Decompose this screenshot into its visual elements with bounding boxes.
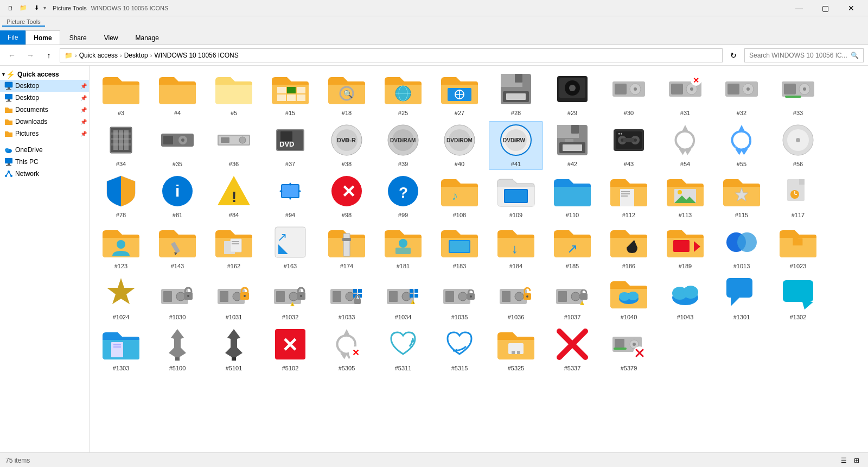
- sidebar-item-onedrive[interactable]: OneDrive: [0, 144, 89, 156]
- icon-39[interactable]: DVD-RAM #39: [376, 121, 430, 170]
- sidebar-item-downloads[interactable]: Downloads 📌: [0, 116, 89, 128]
- icon-99[interactable]: ? #99: [376, 172, 430, 221]
- icon-183[interactable]: #183: [432, 223, 487, 272]
- search-input[interactable]: [749, 52, 848, 59]
- icon-1034[interactable]: ! #1034: [376, 274, 430, 323]
- icon-1013[interactable]: #1013: [714, 223, 769, 272]
- tab-home[interactable]: Home: [25, 30, 60, 45]
- icon-5311[interactable]: #5311: [376, 325, 430, 374]
- icon-5379[interactable]: #5379: [602, 325, 656, 374]
- qa-btn-2[interactable]: 📁: [17, 2, 29, 14]
- icon-54[interactable]: #54: [658, 121, 712, 170]
- icon-41[interactable]: DVD-RW #41: [489, 121, 543, 170]
- icon-162[interactable]: #162: [207, 223, 261, 272]
- icon-15[interactable]: #15: [263, 70, 317, 119]
- icon-1023[interactable]: #1023: [771, 223, 825, 272]
- icon-174[interactable]: #174: [320, 223, 374, 272]
- icon-84[interactable]: ! #84: [207, 172, 261, 221]
- icon-33[interactable]: #33: [771, 70, 825, 119]
- icon-42[interactable]: #42: [545, 121, 599, 170]
- icon-110[interactable]: #110: [545, 172, 599, 221]
- view-details-button[interactable]: ☰: [838, 455, 850, 466]
- icon-27[interactable]: #27: [432, 70, 487, 119]
- icon-184[interactable]: ↓ #184: [489, 223, 543, 272]
- icon-185[interactable]: ↗ #185: [545, 223, 599, 272]
- icon-18[interactable]: 🔍 #18: [320, 70, 374, 119]
- icon-40[interactable]: DVD-ROM #40: [432, 121, 487, 170]
- icon-3[interactable]: #3: [94, 70, 148, 119]
- icon-117[interactable]: #117: [771, 172, 825, 221]
- icon-5101[interactable]: #5101: [207, 325, 261, 374]
- icon-1043[interactable]: #1043: [658, 274, 712, 323]
- icon-1033[interactable]: #1033: [320, 274, 374, 323]
- sidebar-item-thispc[interactable]: This PC: [0, 156, 89, 168]
- icon-143[interactable]: #143: [150, 223, 205, 272]
- forward-button[interactable]: →: [23, 48, 38, 63]
- path-quickaccess[interactable]: Quick access: [79, 52, 118, 59]
- icon-113[interactable]: #113: [658, 172, 712, 221]
- sidebar-item-desktop2[interactable]: Desktop 📌: [0, 92, 89, 104]
- sidebar-section-quickaccess[interactable]: ▾ ⚡ Quick access: [0, 68, 89, 80]
- address-path[interactable]: 📁 › Quick access › Desktop › WINDOWS 10 …: [60, 48, 723, 62]
- icon-163[interactable]: ↗ #163: [263, 223, 317, 272]
- icon-55[interactable]: #55: [714, 121, 769, 170]
- icon-1036[interactable]: #1036: [489, 274, 543, 323]
- icon-108[interactable]: ♪ #108: [432, 172, 487, 221]
- up-button[interactable]: ↑: [41, 48, 56, 63]
- icon-189[interactable]: #189: [658, 223, 712, 272]
- icon-56[interactable]: #56: [771, 121, 825, 170]
- icon-43[interactable]: ●● #43: [602, 121, 656, 170]
- icon-115[interactable]: #115: [714, 172, 769, 221]
- icon-186[interactable]: #186: [602, 223, 656, 272]
- icon-5337[interactable]: #5337: [545, 325, 599, 374]
- icon-5[interactable]: #5: [207, 70, 261, 119]
- refresh-button[interactable]: ↻: [726, 48, 741, 63]
- icon-34[interactable]: #34: [94, 121, 148, 170]
- icon-109[interactable]: #109: [489, 172, 543, 221]
- icon-1303[interactable]: #1303: [94, 325, 148, 374]
- tab-file[interactable]: File: [0, 30, 25, 45]
- icon-1031[interactable]: #1031: [207, 274, 261, 323]
- icon-32[interactable]: #32: [714, 70, 769, 119]
- close-button[interactable]: ✕: [839, 0, 864, 16]
- search-box[interactable]: 🔍: [744, 48, 864, 62]
- icon-1040[interactable]: #1040: [602, 274, 656, 323]
- icon-36[interactable]: #36: [207, 121, 261, 170]
- icon-28[interactable]: #28: [489, 70, 543, 119]
- sidebar-item-documents[interactable]: Documents 📌: [0, 104, 89, 116]
- icon-1032[interactable]: ! #1032: [263, 274, 317, 323]
- path-desktop[interactable]: Desktop: [124, 52, 148, 59]
- icon-38[interactable]: DVD-R #38: [320, 121, 374, 170]
- qa-btn-3[interactable]: ⬇: [30, 2, 42, 14]
- icon-1035[interactable]: #1035: [432, 274, 487, 323]
- sidebar-item-network[interactable]: Network: [0, 168, 89, 180]
- icon-37[interactable]: DVD #37: [263, 121, 317, 170]
- icon-112[interactable]: #112: [602, 172, 656, 221]
- icon-1037[interactable]: ! #1037: [545, 274, 599, 323]
- icon-4[interactable]: #4: [150, 70, 205, 119]
- icon-5100[interactable]: #5100: [150, 325, 205, 374]
- back-button[interactable]: ←: [4, 48, 20, 63]
- icon-1302[interactable]: #1302: [771, 274, 825, 323]
- icon-81[interactable]: i #81: [150, 172, 205, 221]
- icon-5102[interactable]: ✕ #5102: [263, 325, 317, 374]
- icon-78[interactable]: #78: [94, 172, 148, 221]
- icon-29[interactable]: #29: [545, 70, 599, 119]
- icon-1030[interactable]: #1030: [150, 274, 205, 323]
- icon-94[interactable]: #94: [263, 172, 317, 221]
- view-tiles-button[interactable]: ⊞: [851, 455, 863, 466]
- tab-share[interactable]: Share: [61, 30, 95, 45]
- icon-123[interactable]: #123: [94, 223, 148, 272]
- icon-25[interactable]: #25: [376, 70, 430, 119]
- icon-1024[interactable]: #1024: [94, 274, 148, 323]
- icon-181[interactable]: #181: [376, 223, 430, 272]
- qa-dropdown[interactable]: ▾: [43, 5, 46, 11]
- minimize-button[interactable]: —: [787, 0, 812, 16]
- icon-30[interactable]: #30: [602, 70, 656, 119]
- icon-35[interactable]: #35: [150, 121, 205, 170]
- sidebar-item-desktop1[interactable]: Desktop 📌: [0, 80, 89, 92]
- icon-1301[interactable]: #1301: [714, 274, 769, 323]
- tab-view[interactable]: View: [96, 30, 126, 45]
- maximize-button[interactable]: ▢: [813, 0, 838, 16]
- icon-98[interactable]: ✕ #98: [320, 172, 374, 221]
